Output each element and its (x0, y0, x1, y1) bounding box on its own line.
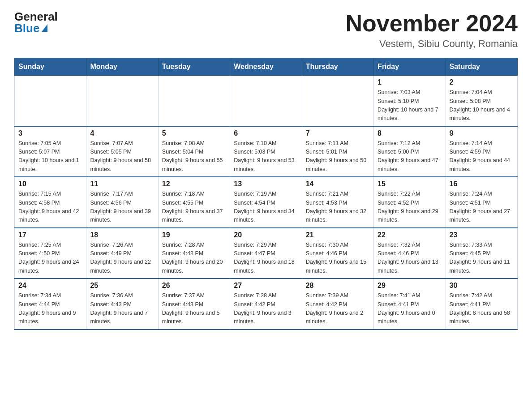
day-number: 4 (90, 129, 154, 137)
calendar-cell: 26Sunrise: 7:37 AMSunset: 4:43 PMDayligh… (158, 278, 230, 330)
day-info: Sunrise: 7:25 AMSunset: 4:50 PMDaylight:… (18, 241, 82, 276)
day-info: Sunrise: 7:18 AMSunset: 4:55 PMDaylight:… (162, 190, 226, 225)
calendar-cell: 10Sunrise: 7:15 AMSunset: 4:58 PMDayligh… (15, 177, 86, 228)
day-info: Sunrise: 7:03 AMSunset: 5:10 PMDaylight:… (378, 88, 442, 123)
logo-general-text: General (14, 11, 58, 22)
calendar-cell: 24Sunrise: 7:34 AMSunset: 4:44 PMDayligh… (15, 278, 86, 330)
day-number: 3 (18, 129, 82, 137)
weekday-header-tuesday: Tuesday (158, 58, 230, 76)
day-number: 26 (162, 282, 226, 290)
day-number: 14 (306, 180, 370, 188)
day-info: Sunrise: 7:32 AMSunset: 4:46 PMDaylight:… (378, 241, 442, 276)
day-info: Sunrise: 7:17 AMSunset: 4:56 PMDaylight:… (90, 190, 154, 225)
calendar-cell: 30Sunrise: 7:42 AMSunset: 4:41 PMDayligh… (446, 278, 517, 330)
calendar-cell: 1Sunrise: 7:03 AMSunset: 5:10 PMDaylight… (374, 76, 446, 126)
day-number: 28 (306, 282, 370, 290)
calendar-cell: 13Sunrise: 7:19 AMSunset: 4:54 PMDayligh… (230, 177, 302, 228)
calendar-cell: 14Sunrise: 7:21 AMSunset: 4:53 PMDayligh… (302, 177, 373, 228)
day-number: 19 (162, 231, 226, 239)
day-info: Sunrise: 7:28 AMSunset: 4:48 PMDaylight:… (162, 241, 226, 276)
calendar-week-5: 24Sunrise: 7:34 AMSunset: 4:44 PMDayligh… (15, 278, 518, 330)
calendar-cell: 20Sunrise: 7:29 AMSunset: 4:47 PMDayligh… (230, 228, 302, 279)
day-info: Sunrise: 7:42 AMSunset: 4:41 PMDaylight:… (450, 291, 514, 326)
page-header: General Blue November 2024 Vestem, Sibiu… (14, 11, 518, 50)
calendar-cell: 11Sunrise: 7:17 AMSunset: 4:56 PMDayligh… (86, 177, 158, 228)
calendar-cell: 6Sunrise: 7:10 AMSunset: 5:03 PMDaylight… (230, 126, 302, 177)
day-info: Sunrise: 7:34 AMSunset: 4:44 PMDaylight:… (18, 291, 82, 326)
calendar-cell (158, 76, 230, 126)
calendar-table: SundayMondayTuesdayWednesdayThursdayFrid… (14, 58, 518, 330)
day-info: Sunrise: 7:26 AMSunset: 4:49 PMDaylight:… (90, 241, 154, 276)
day-number: 16 (450, 180, 514, 188)
day-info: Sunrise: 7:39 AMSunset: 4:42 PMDaylight:… (306, 291, 370, 326)
day-info: Sunrise: 7:11 AMSunset: 5:01 PMDaylight:… (306, 139, 370, 174)
calendar-cell: 8Sunrise: 7:12 AMSunset: 5:00 PMDaylight… (374, 126, 446, 177)
logo: General Blue (14, 11, 58, 34)
day-info: Sunrise: 7:29 AMSunset: 4:47 PMDaylight:… (234, 241, 298, 276)
calendar-cell: 22Sunrise: 7:32 AMSunset: 4:46 PMDayligh… (374, 228, 446, 279)
day-info: Sunrise: 7:30 AMSunset: 4:46 PMDaylight:… (306, 241, 370, 276)
day-number: 27 (234, 282, 298, 290)
day-info: Sunrise: 7:14 AMSunset: 4:59 PMDaylight:… (450, 139, 514, 174)
weekday-header-saturday: Saturday (446, 58, 517, 76)
day-info: Sunrise: 7:41 AMSunset: 4:41 PMDaylight:… (378, 291, 442, 326)
calendar-cell: 18Sunrise: 7:26 AMSunset: 4:49 PMDayligh… (86, 228, 158, 279)
calendar-cell: 28Sunrise: 7:39 AMSunset: 4:42 PMDayligh… (302, 278, 373, 330)
calendar-week-1: 1Sunrise: 7:03 AMSunset: 5:10 PMDaylight… (15, 76, 518, 126)
calendar-subtitle: Vestem, Sibiu County, Romania (346, 38, 518, 50)
day-info: Sunrise: 7:21 AMSunset: 4:53 PMDaylight:… (306, 190, 370, 225)
weekday-header-sunday: Sunday (15, 58, 86, 76)
day-info: Sunrise: 7:12 AMSunset: 5:00 PMDaylight:… (378, 139, 442, 174)
title-block: November 2024 Vestem, Sibiu County, Roma… (346, 11, 518, 50)
calendar-week-2: 3Sunrise: 7:05 AMSunset: 5:07 PMDaylight… (15, 126, 518, 177)
weekday-header-friday: Friday (374, 58, 446, 76)
day-number: 25 (90, 282, 154, 290)
calendar-cell: 25Sunrise: 7:36 AMSunset: 4:43 PMDayligh… (86, 278, 158, 330)
day-number: 11 (90, 180, 154, 188)
day-info: Sunrise: 7:24 AMSunset: 4:51 PMDaylight:… (450, 190, 514, 225)
day-number: 13 (234, 180, 298, 188)
day-info: Sunrise: 7:19 AMSunset: 4:54 PMDaylight:… (234, 190, 298, 225)
calendar-cell: 27Sunrise: 7:38 AMSunset: 4:42 PMDayligh… (230, 278, 302, 330)
weekday-header-monday: Monday (86, 58, 158, 76)
calendar-cell: 4Sunrise: 7:07 AMSunset: 5:05 PMDaylight… (86, 126, 158, 177)
day-number: 24 (18, 282, 82, 290)
calendar-week-4: 17Sunrise: 7:25 AMSunset: 4:50 PMDayligh… (15, 228, 518, 279)
calendar-cell: 19Sunrise: 7:28 AMSunset: 4:48 PMDayligh… (158, 228, 230, 279)
calendar-cell: 21Sunrise: 7:30 AMSunset: 4:46 PMDayligh… (302, 228, 373, 279)
day-number: 15 (378, 180, 442, 188)
weekday-header-wednesday: Wednesday (230, 58, 302, 76)
day-number: 7 (306, 129, 370, 137)
day-number: 23 (450, 231, 514, 239)
day-info: Sunrise: 7:37 AMSunset: 4:43 PMDaylight:… (162, 291, 226, 326)
day-info: Sunrise: 7:07 AMSunset: 5:05 PMDaylight:… (90, 139, 154, 174)
calendar-cell: 2Sunrise: 7:04 AMSunset: 5:08 PMDaylight… (446, 76, 517, 126)
day-info: Sunrise: 7:15 AMSunset: 4:58 PMDaylight:… (18, 190, 82, 225)
calendar-cell (15, 76, 86, 126)
day-number: 2 (450, 78, 514, 86)
day-number: 30 (450, 282, 514, 290)
day-info: Sunrise: 7:33 AMSunset: 4:45 PMDaylight:… (450, 241, 514, 276)
day-number: 9 (450, 129, 514, 137)
day-number: 10 (18, 180, 82, 188)
calendar-cell: 16Sunrise: 7:24 AMSunset: 4:51 PMDayligh… (446, 177, 517, 228)
weekday-header-thursday: Thursday (302, 58, 373, 76)
day-info: Sunrise: 7:08 AMSunset: 5:04 PMDaylight:… (162, 139, 226, 174)
calendar-title: November 2024 (346, 11, 518, 36)
day-number: 8 (378, 129, 442, 137)
day-number: 6 (234, 129, 298, 137)
calendar-cell: 17Sunrise: 7:25 AMSunset: 4:50 PMDayligh… (15, 228, 86, 279)
calendar-cell (86, 76, 158, 126)
day-info: Sunrise: 7:10 AMSunset: 5:03 PMDaylight:… (234, 139, 298, 174)
day-number: 5 (162, 129, 226, 137)
calendar-cell: 15Sunrise: 7:22 AMSunset: 4:52 PMDayligh… (374, 177, 446, 228)
day-number: 20 (234, 231, 298, 239)
calendar-header: SundayMondayTuesdayWednesdayThursdayFrid… (15, 58, 518, 76)
day-info: Sunrise: 7:22 AMSunset: 4:52 PMDaylight:… (378, 190, 442, 225)
calendar-cell: 29Sunrise: 7:41 AMSunset: 4:41 PMDayligh… (374, 278, 446, 330)
logo-blue-text: Blue (14, 22, 39, 34)
logo-arrow-icon (42, 24, 47, 32)
day-info: Sunrise: 7:04 AMSunset: 5:08 PMDaylight:… (450, 88, 514, 123)
calendar-cell: 23Sunrise: 7:33 AMSunset: 4:45 PMDayligh… (446, 228, 517, 279)
day-number: 17 (18, 231, 82, 239)
